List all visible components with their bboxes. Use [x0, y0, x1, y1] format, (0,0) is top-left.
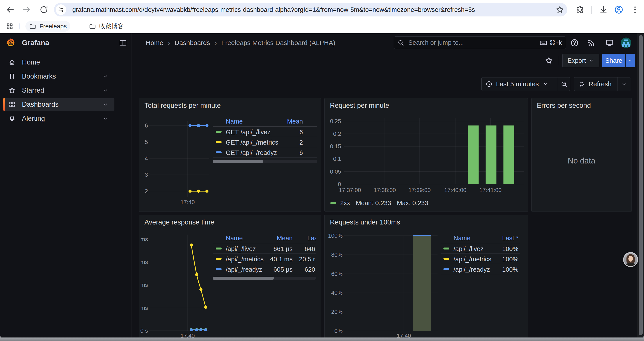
refresh-icon [578, 81, 585, 87]
legend-scrollbar-thumb[interactable] [212, 277, 274, 280]
refresh-interval-dropdown[interactable] [618, 81, 631, 87]
time-range-picker[interactable]: Last 5 minutes [481, 77, 570, 91]
svg-text:17:40:00: 17:40:00 [444, 187, 466, 193]
scrollbar-thumb[interactable] [639, 35, 643, 335]
sidebar-item-label: Bookmarks [22, 72, 102, 80]
forward-icon[interactable] [22, 5, 32, 15]
share-dropdown-button[interactable] [626, 54, 635, 67]
user-avatar[interactable] [621, 38, 631, 48]
legend-series-name[interactable]: /api/_/readyz [226, 266, 262, 273]
sidebar-item-dashboards[interactable]: Dashboards [3, 98, 114, 111]
svg-text:0: 0 [338, 181, 341, 187]
legend-series-name[interactable]: /api/_/metrics [454, 256, 491, 263]
bookmark-icon [8, 73, 16, 80]
bookmark-star-icon[interactable] [556, 5, 564, 14]
legend-value: 20.5 r [299, 256, 315, 263]
legend-series-name[interactable]: GET /api/_/readyz [226, 149, 277, 156]
breadcrumb-link[interactable]: Dashboards [174, 39, 210, 47]
back-icon[interactable] [5, 5, 15, 15]
news-rss-icon[interactable] [587, 38, 596, 47]
sidebar-item-label: Home [22, 58, 114, 66]
sidebar-item-bookmarks[interactable]: Bookmarks [3, 70, 114, 83]
legend-scrollbar[interactable] [212, 160, 318, 163]
chevron-down-icon[interactable] [102, 115, 109, 122]
grafana-logo-icon[interactable] [6, 38, 16, 48]
svg-text:100%: 100% [328, 232, 343, 239]
legend-series-name[interactable]: 2xx [340, 199, 350, 207]
bookmark-item[interactable]: 收藏博客 [85, 21, 127, 32]
legend-series-name[interactable]: /api/_/metrics [226, 256, 264, 263]
page-scrollbar[interactable] [637, 33, 644, 338]
favorite-star-icon[interactable] [545, 56, 553, 65]
panel-title[interactable]: Errors per second [537, 102, 591, 110]
sidebar-item-home[interactable]: Home [3, 56, 114, 69]
area-chart[interactable]: 100%80%60%40%20%0%17:40NameLast */api/_/… [325, 215, 528, 338]
legend-series-name[interactable]: GET /api/_/livez [226, 129, 270, 136]
legend-value: 100% [502, 245, 518, 253]
legend-series-name[interactable]: /api/_/livez [226, 245, 256, 253]
chevron-down-icon[interactable] [102, 73, 109, 80]
kiosk-monitor-icon[interactable] [605, 38, 614, 47]
star-icon [8, 87, 16, 94]
share-button[interactable]: Share [602, 54, 625, 67]
legend-col-header[interactable]: Name [226, 118, 243, 125]
legend-col-header[interactable]: Last * [502, 235, 518, 242]
svg-text:17:38:00: 17:38:00 [374, 187, 396, 193]
svg-text:0%: 0% [334, 327, 342, 334]
legend-col-header[interactable]: Name [226, 235, 243, 242]
reload-icon[interactable] [39, 5, 49, 15]
legend-series-name[interactable]: GET /api/_/metrics [226, 139, 278, 146]
series-color-pill [216, 268, 222, 270]
chevron-down-icon[interactable] [102, 87, 109, 94]
sidebar-header: Grafana [0, 33, 132, 52]
active-accent-bar [3, 98, 5, 111]
zoom-out-button[interactable] [558, 81, 570, 88]
series-color-pill [216, 258, 222, 260]
time-controls: Last 5 minutes Refresh [132, 69, 637, 96]
browser-window: grafana.mathmast.com/d/deytv4rwavabkb/fr… [0, 0, 644, 338]
downloads-icon[interactable] [599, 5, 608, 15]
legend-col-header[interactable]: Las [307, 235, 316, 242]
legend-series-name[interactable]: /api/_/livez [454, 245, 484, 253]
svg-text:17:41:00: 17:41:00 [480, 187, 502, 193]
toolbar-divider [592, 6, 592, 14]
panel-total-requests-per-minute: Total requests per minute 6543217:40Name… [139, 98, 321, 212]
refresh-button[interactable]: Refresh [574, 77, 631, 91]
legend-series-name[interactable]: /api/_/readyz [454, 266, 490, 273]
legend-scrollbar[interactable] [212, 277, 316, 280]
url-text[interactable]: grafana.mathmast.com/d/deytv4rwavabkb/fr… [72, 3, 475, 17]
svg-text:80 ms: 80 ms [139, 236, 148, 242]
apps-grid-icon[interactable] [6, 22, 14, 30]
address-bar[interactable]: grafana.mathmast.com/d/deytv4rwavabkb/fr… [54, 3, 567, 17]
help-icon[interactable] [570, 38, 579, 47]
timeseries-chart[interactable]: 6543217:40NameMeanGET /api/_/livez6GET /… [139, 98, 321, 212]
sidebar-item-alerting[interactable]: Alerting [3, 112, 114, 125]
bar-chart[interactable]: 0.250.20.150.10.05017:37:0017:38:0017:39… [325, 98, 528, 212]
apps-icon [8, 101, 16, 108]
legend-col-header[interactable]: Name [454, 235, 470, 242]
menu-kebab-icon[interactable] [631, 5, 640, 15]
svg-text:20 ms: 20 ms [139, 304, 148, 311]
series-color-pill [330, 202, 336, 204]
panel-request-per-minute: Request per minute 0.250.20.150.10.05017… [324, 98, 528, 212]
svg-text:0 s: 0 s [140, 327, 148, 334]
search-input[interactable]: Search or jump to... ⌘+k [394, 37, 566, 49]
legend-scrollbar-thumb[interactable] [212, 160, 263, 163]
floating-assistant-avatar[interactable] [623, 252, 638, 267]
profile-icon[interactable] [614, 5, 624, 15]
collapse-sidebar-icon[interactable] [119, 39, 127, 47]
breadcrumb-link[interactable]: Home [146, 39, 163, 47]
legend-col-header[interactable]: Mean [287, 118, 303, 125]
breadcrumb-current: Freeleaps Metrics Dashboard (ALPHA) [221, 39, 335, 47]
site-settings-icon[interactable] [56, 5, 66, 15]
export-button[interactable]: Export [562, 54, 599, 67]
legend-row: /api/_/metrics40.1 ms20.5 r [212, 254, 316, 264]
sidebar-item-starred[interactable]: Starred [3, 84, 114, 97]
extensions-icon[interactable] [575, 5, 584, 14]
chevron-down-icon[interactable] [102, 101, 109, 108]
bookmark-item[interactable]: Freeleaps [26, 21, 70, 32]
legend-col-header[interactable]: Mean [277, 235, 293, 242]
home-icon [8, 59, 16, 66]
svg-text:0.2: 0.2 [333, 131, 341, 137]
timeseries-chart[interactable]: 80 ms60 ms40 ms20 ms0 s17:40NameMeanLas/… [139, 215, 321, 338]
